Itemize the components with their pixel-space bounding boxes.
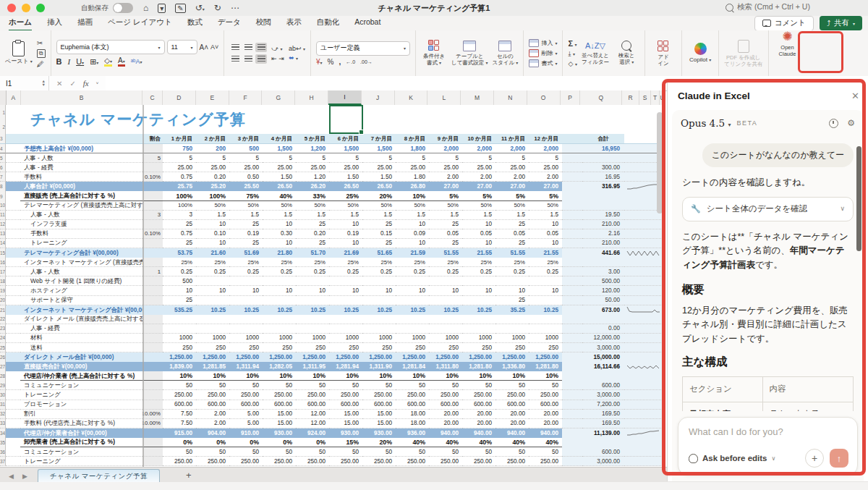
align-center-button[interactable] [242,54,254,64]
total-cell[interactable]: 0.00 [582,324,624,334]
cell[interactable] [6,191,20,200]
column-header-R[interactable]: R [622,90,639,105]
model-selector[interactable]: Opus 4.5 ▾ [681,117,731,129]
month-value-cell[interactable]: 200 [196,144,229,153]
increase-decimal-button[interactable]: ←.0 [346,59,355,64]
month-value-cell[interactable]: 50% [362,201,396,211]
month-value-cell[interactable]: 250.00 [329,457,362,466]
month-value-cell[interactable]: 27.00 [462,182,495,191]
ratio-cell[interactable] [142,201,163,211]
month-value-cell[interactable]: 600.00 [396,400,429,410]
month-value-cell[interactable] [462,324,495,334]
cell[interactable] [562,267,582,276]
search-field[interactable]: 検索 (Cmd + Ctrl + U) [726,2,810,12]
row-numbers[interactable]: 12 [0,105,6,134]
total-cell[interactable] [582,315,624,324]
month-value-cell[interactable]: 75% [229,191,263,200]
borders-button[interactable]: ⊞▾ [90,57,98,67]
cell[interactable] [6,381,20,390]
month-value-cell[interactable]: 15.00 [263,419,296,428]
month-value-cell[interactable]: 0.50 [229,172,263,182]
month-value-cell[interactable]: 250 [396,343,429,352]
ratio-cell[interactable] [142,324,163,334]
column-header-L[interactable]: L [427,90,461,105]
month-value-cell[interactable]: 51.55 [495,248,529,258]
month-value-cell[interactable]: 5 [462,153,495,163]
cell[interactable] [562,419,582,428]
month-value-cell[interactable]: 250.00 [229,390,263,400]
cell[interactable] [6,390,20,400]
cell[interactable] [6,153,20,163]
column-header-U[interactable]: U [660,90,665,105]
month-value-cell[interactable]: 50% [529,201,562,211]
row-number[interactable]: 21 [0,305,6,315]
ratio-cell[interactable]: 10.00% [142,410,163,419]
cell-styles-button[interactable]: セルの スタイル ▾ [492,41,518,66]
month-value-cell[interactable]: 1,250.00 [229,352,263,362]
month-value-cell[interactable]: 5% [429,191,462,200]
month-value-cell[interactable]: 535.25 [163,305,196,315]
month-value-cell[interactable]: 10 [529,239,562,248]
month-value-cell[interactable]: 250 [229,343,263,352]
comments-button[interactable]: コメント [754,16,814,31]
total-cell[interactable]: 316.95 [582,182,624,191]
month-value-cell[interactable]: 600.00 [229,400,263,410]
cell[interactable] [6,220,20,229]
month-value-cell[interactable]: 10 [529,286,562,295]
total-cell[interactable]: 16,114.66 [582,362,624,371]
open-claude-button[interactable]: ✺ Open Claude [775,30,801,57]
claude-input-card[interactable]: What can I do for you? Ask before edits … [678,417,858,476]
month-value-cell[interactable]: 5 [329,153,362,163]
month-value-cell[interactable]: 0.25 [329,267,362,276]
month-value-cell[interactable]: 0.19 [229,229,263,239]
row-number[interactable]: 26 [0,352,6,362]
settings-gear-icon[interactable]: ⚙ [847,118,855,128]
total-cell[interactable]: 169.50 [582,410,624,419]
cell[interactable] [562,410,582,419]
cell[interactable] [562,258,582,267]
month-value-cell[interactable]: 0.05 [462,229,495,239]
row-number[interactable]: 28 [0,371,6,381]
month-value-cell[interactable]: 2.00 [462,172,495,182]
ratio-cell[interactable] [142,438,163,447]
month-value-cell[interactable]: 1,250.00 [396,352,429,362]
cell[interactable] [562,334,582,343]
row-number[interactable]: 32 [0,410,6,419]
month-value-cell[interactable]: 930.00 [329,428,362,438]
month-value-cell[interactable]: 930.00 [263,428,296,438]
cell[interactable] [6,248,20,258]
row-label-cell[interactable]: インターネット マーケティング合計 ¥(00,000) [20,305,142,315]
font-color-button[interactable]: A▾ [118,56,125,67]
month-value-cell[interactable]: 10% [396,371,429,381]
month-value-cell[interactable]: 10.25 [263,305,296,315]
total-cell[interactable]: 16.95 [582,172,624,182]
month-value-cell[interactable]: 250.00 [263,457,296,466]
cell[interactable] [6,286,20,295]
column-header-N[interactable]: N [494,90,527,105]
month-value-cell[interactable]: 15.00 [329,419,362,428]
row-label-cell[interactable]: サポートと保守 [20,296,142,305]
month-value-cell[interactable]: 15% [329,438,362,447]
month-value-cell[interactable]: 5 [396,153,429,163]
fill-button[interactable]: ⤓ ▾ [568,50,576,58]
row-label-cell[interactable]: テレマーケティング合計 ¥(00,000) [20,248,142,258]
row-label-cell[interactable]: 人事 - 経費 [20,163,142,172]
row-number[interactable]: 25 [0,343,6,352]
month-value-cell[interactable]: 1,800 [396,144,429,153]
month-value-cell[interactable]: 25.00 [362,163,396,172]
total-cell[interactable] [582,258,624,267]
month-value-cell[interactable]: 20.00 [462,419,495,428]
month-value-cell[interactable] [495,276,529,286]
cell[interactable] [562,220,582,229]
total-cell[interactable]: 50.00 [582,296,624,305]
month-value-cell[interactable]: 25% [529,258,562,267]
month-value-cell[interactable]: 1,250.00 [163,352,196,362]
month-value-cell[interactable]: 50% [296,201,329,211]
month-value-cell[interactable]: 940.00 [495,428,529,438]
row-label-cell[interactable]: プロモーション [20,400,142,410]
month-value-cell[interactable]: 0.15 [362,229,396,239]
month-value-cell[interactable] [529,315,562,324]
month-value-cell[interactable] [296,296,329,305]
month-value-cell[interactable]: 12.00 [296,410,329,419]
month-value-cell[interactable]: 25% [196,258,229,267]
